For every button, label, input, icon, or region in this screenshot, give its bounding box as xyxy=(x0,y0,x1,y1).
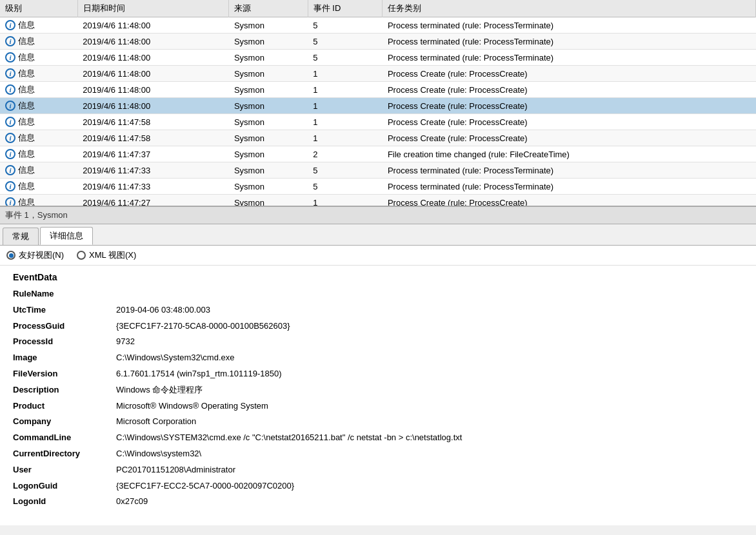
cell-source: Sysmon xyxy=(229,195,308,207)
cell-event-id: 2 xyxy=(308,146,383,162)
table-row[interactable]: i信息2019/4/6 11:48:00Sysmon5Process termi… xyxy=(0,50,756,66)
radio-xml-view[interactable]: XML 视图(X) xyxy=(77,249,136,261)
col-task-category[interactable]: 任务类别 xyxy=(383,0,756,17)
detail-label: CurrentDirectory xyxy=(13,447,116,461)
cell-source: Sysmon xyxy=(229,66,308,82)
detail-value: C:\Windows\system32\ xyxy=(116,447,201,461)
cell-task-category: Process Create (rule: ProcessCreate) xyxy=(383,98,756,114)
detail-row: ProcessId9732 xyxy=(13,335,743,349)
cell-level: i信息 xyxy=(0,17,77,34)
detail-value: Microsoft Corporation xyxy=(116,415,196,429)
tab-details[interactable]: 详细信息 xyxy=(40,227,93,245)
cell-task-category: Process terminated (rule: ProcessTermina… xyxy=(383,162,756,179)
detail-value: Windows 命令处理程序 xyxy=(116,384,203,397)
cell-source: Sysmon xyxy=(229,17,308,34)
tabs-container: 常规 详细信息 xyxy=(0,224,756,246)
table-row[interactable]: i信息2019/4/6 11:47:33Sysmon5Process termi… xyxy=(0,179,756,195)
table-row[interactable]: i信息2019/4/6 11:48:00Sysmon5Process termi… xyxy=(0,17,756,34)
detail-label: Description xyxy=(13,384,116,397)
info-icon: i xyxy=(5,181,15,191)
cell-source: Sysmon xyxy=(229,130,308,146)
radio-bar: 友好视图(N) XML 视图(X) xyxy=(0,246,756,266)
detail-row: LogonGuid{3ECFC1F7-ECC2-5CA7-0000-002009… xyxy=(13,480,743,493)
info-icon: i xyxy=(5,133,15,143)
cell-task-category: Process Create (rule: ProcessCreate) xyxy=(383,82,756,98)
cell-datetime: 2019/4/6 11:47:58 xyxy=(77,114,229,130)
detail-row: CurrentDirectoryC:\Windows\system32\ xyxy=(13,447,743,461)
detail-value: {3ECFC1F7-ECC2-5CA7-0000-0020097C0200} xyxy=(116,480,294,493)
detail-label: RuleName xyxy=(13,287,116,301)
info-icon: i xyxy=(5,101,15,111)
detail-value: Microsoft® Windows® Operating System xyxy=(116,400,268,413)
cell-level: i信息 xyxy=(0,114,77,130)
detail-row: RuleName xyxy=(13,287,743,301)
detail-value: C:\Windows\SYSTEM32\cmd.exe /c "C:\netst… xyxy=(116,431,462,445)
status-bar: 事件 1，Sysmon xyxy=(0,206,756,224)
cell-task-category: Process Create (rule: ProcessCreate) xyxy=(383,130,756,146)
cell-source: Sysmon xyxy=(229,162,308,179)
radio-friendly-circle xyxy=(6,251,15,260)
cell-source: Sysmon xyxy=(229,82,308,98)
cell-level: i信息 xyxy=(0,34,77,50)
col-level[interactable]: 级别 xyxy=(0,0,77,17)
cell-level: i信息 xyxy=(0,179,77,195)
cell-source: Sysmon xyxy=(229,98,308,114)
info-icon: i xyxy=(5,68,15,79)
status-text: 事件 1，Sysmon xyxy=(5,210,68,220)
detail-value: 9732 xyxy=(116,335,135,349)
detail-label: ProcessGuid xyxy=(13,320,116,333)
info-icon: i xyxy=(5,117,15,127)
event-data-title: EventData xyxy=(13,272,743,282)
table-row[interactable]: i信息2019/4/6 11:47:58Sysmon1Process Creat… xyxy=(0,114,756,130)
cell-event-id: 5 xyxy=(308,17,383,34)
table-row[interactable]: i信息2019/4/6 11:48:00Sysmon1Process Creat… xyxy=(0,66,756,82)
col-source[interactable]: 来源 xyxy=(229,0,308,17)
cell-task-category: Process Create (rule: ProcessCreate) xyxy=(383,195,756,207)
cell-source: Sysmon xyxy=(229,146,308,162)
col-datetime[interactable]: 日期和时间 xyxy=(77,0,229,17)
event-log-table: 级别 日期和时间 来源 事件 ID 任务类别 i信息2019/4/6 11:48… xyxy=(0,0,756,206)
detail-row: ImageC:\Windows\System32\cmd.exe xyxy=(13,351,743,365)
table-row[interactable]: i信息2019/4/6 11:47:58Sysmon1Process Creat… xyxy=(0,130,756,146)
info-icon: i xyxy=(5,84,15,95)
cell-datetime: 2019/4/6 11:48:00 xyxy=(77,50,229,66)
detail-label: FileVersion xyxy=(13,367,116,381)
cell-datetime: 2019/4/6 11:47:58 xyxy=(77,130,229,146)
tab-general[interactable]: 常规 xyxy=(3,228,39,245)
info-icon: i xyxy=(5,149,15,159)
info-icon: i xyxy=(5,36,15,46)
table-row[interactable]: i信息2019/4/6 11:48:00Sysmon5Process termi… xyxy=(0,34,756,50)
cell-event-id: 1 xyxy=(308,114,383,130)
cell-event-id: 1 xyxy=(308,195,383,207)
table-row[interactable]: i信息2019/4/6 11:48:00Sysmon1Process Creat… xyxy=(0,82,756,98)
detail-label: ProcessId xyxy=(13,335,116,349)
cell-event-id: 5 xyxy=(308,34,383,50)
radio-friendly-view[interactable]: 友好视图(N) xyxy=(6,249,64,261)
cell-level: i信息 xyxy=(0,162,77,179)
cell-event-id: 1 xyxy=(308,130,383,146)
cell-datetime: 2019/4/6 11:47:33 xyxy=(77,179,229,195)
detail-fields: RuleNameUtcTime2019-04-06 03:48:00.003Pr… xyxy=(13,287,743,509)
table-row[interactable]: i信息2019/4/6 11:47:27Sysmon1Process Creat… xyxy=(0,195,756,207)
detail-row: FileVersion6.1.7601.17514 (win7sp1_rtm.1… xyxy=(13,367,743,381)
cell-task-category: Process Create (rule: ProcessCreate) xyxy=(383,114,756,130)
info-icon: i xyxy=(5,197,15,206)
table-row[interactable]: i信息2019/4/6 11:48:00Sysmon1Process Creat… xyxy=(0,98,756,114)
info-icon: i xyxy=(5,165,15,175)
detail-row: UserPC201701151208\Administrator xyxy=(13,463,743,477)
cell-event-id: 5 xyxy=(308,179,383,195)
detail-value: PC201701151208\Administrator xyxy=(116,463,235,477)
detail-label: Image xyxy=(13,351,116,365)
cell-level: i信息 xyxy=(0,130,77,146)
cell-event-id: 5 xyxy=(308,162,383,179)
cell-task-category: Process Create (rule: ProcessCreate) xyxy=(383,66,756,82)
table-row[interactable]: i信息2019/4/6 11:47:37Sysmon2File creation… xyxy=(0,146,756,162)
cell-level: i信息 xyxy=(0,50,77,66)
col-event-id[interactable]: 事件 ID xyxy=(308,0,383,17)
table-row[interactable]: i信息2019/4/6 11:47:33Sysmon5Process termi… xyxy=(0,162,756,179)
cell-level: i信息 xyxy=(0,66,77,82)
info-icon: i xyxy=(5,20,15,30)
cell-datetime: 2019/4/6 11:48:00 xyxy=(77,82,229,98)
cell-level: i信息 xyxy=(0,82,77,98)
cell-source: Sysmon xyxy=(229,34,308,50)
